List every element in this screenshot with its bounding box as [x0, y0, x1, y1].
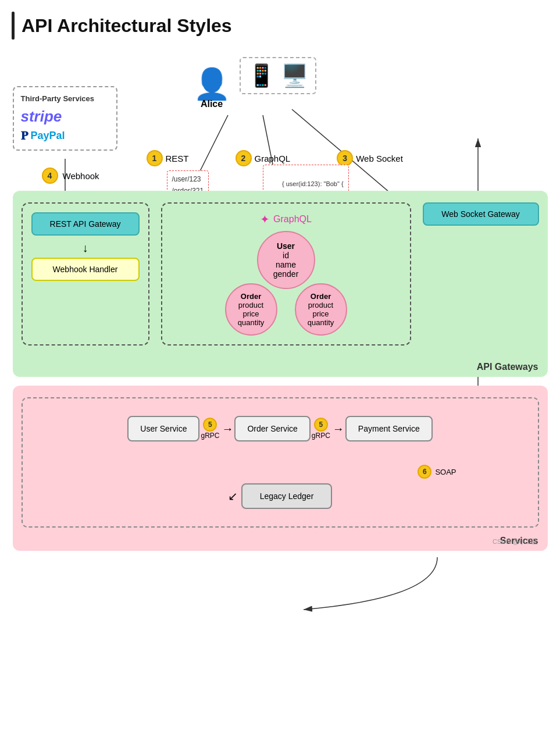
desktop-icon: 🖥️ — [281, 63, 308, 88]
stripe-logo: stripe — [21, 108, 109, 126]
ws-gateway-container: Web Socket Gateway — [423, 202, 539, 345]
alice-person-icon: 👤 — [193, 69, 231, 99]
soap-badge: 6 — [418, 465, 431, 479]
badge-1: 1 — [147, 150, 163, 166]
protocol-ws: 3 Web Socket — [337, 150, 403, 166]
order-node-2: Order product price quantity — [295, 283, 347, 336]
payment-service-label: Payment Service — [358, 424, 420, 433]
order-node-1-price: price — [242, 309, 259, 318]
user-node-gender: gender — [273, 269, 299, 279]
diagram: Third-Party Services stripe 𝐏 PayPal 4 W… — [13, 51, 548, 551]
watermark: CSDN @小工匠 — [493, 537, 538, 546]
webhook-badge-area: 4 Webhook — [42, 168, 99, 184]
user-node: User id name gender — [257, 231, 315, 289]
order-service-box: Order Service — [234, 416, 310, 441]
graphql-nodes: User id name gender Order product price — [171, 231, 401, 336]
rest-api-gateway-label: REST API Gateway — [50, 219, 121, 229]
order-node-2-price: price — [312, 309, 329, 318]
order-node-1-label: Order — [241, 292, 261, 301]
order-node-1: Order product price quantity — [225, 283, 277, 336]
api-gateways-section: API Gateways REST API Gateway ↓ Webhook … — [13, 191, 548, 377]
ws-gateway-label: Web Socket Gateway — [441, 209, 519, 219]
title-accent — [12, 12, 15, 40]
order-node-1-product: product — [238, 301, 263, 309]
order-node-2-product: product — [308, 301, 333, 309]
legacy-row: ↙ Legacy Ledger — [228, 483, 333, 509]
protocol-row: 1 REST 2 GraphQL 3 Web Socket — [147, 150, 403, 166]
devices-box: 📱 🖥️ — [240, 57, 316, 94]
arrow-right-2: → — [333, 422, 344, 436]
user-service-label: User Service — [140, 424, 187, 433]
down-arrow-rest: ↓ — [31, 241, 140, 255]
badge-2: 2 — [236, 150, 252, 166]
gateways-row: REST API Gateway ↓ Webhook Handler ✦ Gra… — [22, 202, 539, 345]
mobile-icon: 📱 — [248, 63, 275, 88]
services-inner: User Service 5 gRPC → Order Service 5 gR… — [22, 397, 539, 528]
rest-hint-1: /user/123 — [172, 173, 204, 185]
order-nodes-row: Order product price quantity Order produ… — [225, 283, 347, 336]
rest-gateway-outer: REST API Gateway ↓ Webhook Handler — [22, 202, 149, 345]
rest-api-gateway-box: REST API Gateway — [31, 212, 140, 236]
protocol-ws-label: Web Socket — [356, 154, 403, 163]
soap-label-area: 6 SOAP — [418, 465, 456, 479]
webhook-label: Webhook — [63, 171, 99, 181]
third-party-title: Third-Party Services — [21, 94, 109, 103]
alice-container: 👤 Alice — [193, 69, 231, 109]
top-section: Third-Party Services stripe 𝐏 PayPal 4 W… — [13, 51, 548, 185]
protocol-rest-label: REST — [166, 154, 189, 163]
services-section: Services User Service 5 gRPC → Order Ser… — [13, 386, 548, 551]
title-bar: API Architectural Styles — [12, 12, 548, 40]
order-node-2-quantity: quantity — [308, 318, 334, 327]
legacy-ledger-label: Legacy Ledger — [260, 491, 314, 501]
graphql-section-label-text: GraphQL — [273, 214, 312, 225]
legacy-area: 6 SOAP ↙ Legacy Ledger — [34, 465, 526, 509]
ws-gateway-box: Web Socket Gateway — [423, 202, 539, 226]
order-service-label: Order Service — [247, 424, 297, 433]
grpc-badge-1: 5 — [203, 418, 217, 432]
arrow-right-1: → — [222, 422, 233, 436]
protocol-graphql-label: GraphQL — [255, 154, 291, 163]
badge-3: 3 — [337, 150, 353, 166]
service-row: User Service 5 gRPC → Order Service 5 gR… — [34, 416, 526, 441]
soap-label: SOAP — [435, 468, 456, 476]
order-node-2-label: Order — [311, 292, 331, 301]
webhook-handler-box: Webhook Handler — [31, 258, 140, 281]
order-node-1-quantity: quantity — [238, 318, 265, 327]
legacy-ledger-box: Legacy Ledger — [241, 483, 333, 509]
user-service-box: User Service — [127, 416, 199, 441]
paypal-p-icon: 𝐏 — [21, 129, 28, 143]
user-node-name: name — [276, 260, 296, 269]
grpc-badge-2: 5 — [314, 418, 328, 432]
user-node-id: id — [283, 251, 289, 260]
paypal-logo: 𝐏 PayPal — [21, 129, 109, 143]
grpc-label-1: gRPC — [201, 432, 219, 440]
graphql-icon: ✦ — [260, 212, 270, 226]
page: API Architectural Styles — [0, 0, 560, 562]
graphql-section-header: ✦ GraphQL — [171, 212, 401, 226]
graphql-outer: ✦ GraphQL User id name gender — [161, 202, 411, 345]
webhook-handler-label: Webhook Handler — [53, 265, 118, 274]
page-title: API Architectural Styles — [22, 15, 232, 37]
user-node-label: User — [277, 241, 295, 251]
webhook-badge: 4 — [42, 168, 58, 184]
grpc-connector-2: 5 gRPC — [312, 418, 330, 440]
protocol-graphql: 2 GraphQL — [236, 150, 291, 166]
grpc-label-2: gRPC — [312, 432, 330, 440]
grpc-connector-1: 5 gRPC — [201, 418, 219, 440]
api-gateways-label: API Gateways — [477, 362, 538, 372]
payment-service-box: Payment Service — [345, 416, 433, 441]
paypal-text: PayPal — [31, 130, 65, 142]
protocol-rest: 1 REST — [147, 150, 189, 166]
third-party-box: Third-Party Services stripe 𝐏 PayPal — [13, 86, 117, 151]
arrow-into-legacy: ↙ — [228, 489, 238, 503]
